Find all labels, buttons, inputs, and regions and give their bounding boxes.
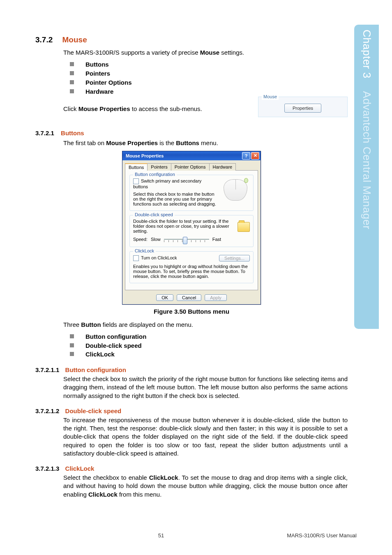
list-item: Button configuration [63,332,348,341]
tab-pointer-options[interactable]: Pointer Options [171,163,210,171]
list-item: Double-click speed [63,341,348,350]
clicklock-desc: Enables you to highlight or drag without… [133,264,250,279]
group-title: Button configuration [133,172,177,177]
speed-slider[interactable] [164,236,209,243]
dialog-button-row: OK Cancel Apply [122,293,261,304]
checkbox-icon[interactable] [133,178,139,184]
group-double-click: Double-click speed Double-click the fold… [129,215,254,247]
tab-hardware[interactable]: Hardware [209,163,236,171]
help-button[interactable]: ? [242,152,250,160]
heading-num: 3.7.2.1.2 [35,407,59,414]
slider-thumb-icon[interactable] [183,237,187,244]
dialog-titlebar[interactable]: Mouse Properties ? ✕ [122,151,261,160]
heading-title: Buttons [61,130,84,136]
dialog-tabs: Buttons Pointers Pointer Options Hardwar… [122,160,261,170]
group-title: Double-click speed [133,212,175,217]
dblclick-desc: Double-click the folder to test your set… [133,219,233,234]
three-fields-line: Three Button fields are displayed on the… [63,321,348,329]
access-pre: Click [63,105,78,112]
list-item: Buttons [63,60,348,69]
ok-button[interactable]: OK [156,294,173,301]
heading-37212: 3.7.2.1.2 Double-click speed [35,407,348,414]
t-b1: Mouse Properties [106,139,158,146]
tf-post: fields are displayed on the menu. [101,321,193,328]
list-item: Hardware [63,87,348,96]
switch-buttons-checkbox[interactable]: Switch primary and secondary buttons [133,178,201,189]
t-mid: is the [158,139,176,146]
side-tab-title: Advantech Central Manager [361,91,373,229]
cl-a: Select the checkbox to enable [63,474,149,481]
heading-37213: 3.7.2.1.3 ClickLock [35,465,348,472]
tab-buttons[interactable]: Buttons [125,163,148,171]
clicklock-paragraph: Select the checkbox to enable ClickLock.… [63,474,348,499]
checkbox-label: Turn on ClickLock [141,255,177,260]
tab-pointers[interactable]: Pointers [147,163,171,171]
heading-num: 3.7.2.1.1 [35,366,59,373]
groupbox-legend: Mouse [262,94,279,100]
access-bold: Mouse Properties [78,105,130,112]
dblclick-paragraph: To increase the responsiveness of the mo… [63,416,348,458]
mouse-preview-icon [220,178,250,201]
button-config-paragraph: Select the check box to switch the prior… [63,375,348,400]
heading-num: 3.7.2 [35,35,53,44]
heading-3721: 3.7.2.1 Buttons [35,130,348,136]
tf-b: Button [81,321,101,328]
list-item: Pointers [63,69,348,78]
figure-caption: Figure 3.50 Buttons menu [35,308,348,315]
heading-title: Double-click speed [65,407,122,414]
manual-title: MARS-3100R/S User Manual [287,532,357,539]
access-post: to access the sub-menus. [130,105,202,112]
dialog-title: Mouse Properties [126,153,164,158]
checkbox-label: Switch primary and secondary buttons [133,178,201,189]
heading-37211: 3.7.2.1.1 Button configuration [35,366,348,373]
intro-pre: The MARS-3100R/S supports a variety of p… [63,49,200,56]
intro-line: The MARS-3100R/S supports a variety of p… [63,49,348,57]
side-tab-text: Chapter 3 Advantech Central Manager [360,30,373,229]
side-chapter-tab: Chapter 3 Advantech Central Manager [354,25,379,329]
side-tab-chapter: Chapter 3 [361,30,373,79]
clicklock-checkbox[interactable]: Turn on ClickLock [133,255,177,261]
fields-list: Button configuration Double-click speed … [63,332,348,359]
heading-num: 3.7.2.1.3 [35,465,59,472]
close-button[interactable]: ✕ [251,152,259,160]
cl-b: ClickLock [149,474,178,481]
group-button-config: Button configuration Switch primary and … [129,175,254,211]
settings-list: Buttons Pointers Pointer Options Hardwar… [63,60,348,96]
heading-372: 3.7.2 Mouse [35,35,348,44]
intro-bold: Mouse [200,49,220,56]
speed-label: Speed: [133,237,148,242]
checkbox-icon[interactable] [133,255,139,261]
access-line: Click Mouse Properties to access the sub… [63,105,253,113]
t-b2: Buttons [176,139,199,146]
intro-post: settings. [219,49,244,56]
tf-pre: Three [63,321,81,328]
page-footer: 51 MARS-3100R/S User Manual [35,532,357,539]
list-item: Pointer Options [63,78,348,87]
t-pre: The first tab on [63,139,106,146]
cancel-button[interactable]: Cancel [177,294,201,301]
list-item: ClickLock [63,350,348,359]
group-title: ClickLock [133,248,156,253]
test-folder-icon[interactable] [238,222,250,232]
cl-d: ClickLock [88,491,118,498]
mouse-groupbox: Mouse Properties [258,97,348,117]
heading-title: Mouse [62,35,87,44]
page-number: 51 [158,532,164,539]
properties-button[interactable]: Properties [284,104,321,113]
group-clicklock: ClickLock Turn on ClickLock Settings... … [129,251,254,283]
first-tab-line: The first tab on Mouse Properties is the… [63,139,348,147]
heading-num: 3.7.2.1 [35,130,54,136]
cl-e: from this menu. [118,491,162,498]
settings-button[interactable]: Settings... [219,255,250,261]
heading-title: ClickLock [65,465,95,472]
fast-label: Fast [212,237,221,242]
apply-button[interactable]: Apply [205,294,227,301]
t-post: menu. [199,139,218,146]
slow-label: Slow [151,237,161,242]
mouse-properties-dialog: Mouse Properties ? ✕ Buttons Pointers Po… [122,151,261,305]
tabpage-buttons: Button configuration Switch primary and … [125,170,258,290]
heading-title: Button configuration [65,366,126,373]
button-config-desc: Select this check box to make the button… [133,192,216,206]
